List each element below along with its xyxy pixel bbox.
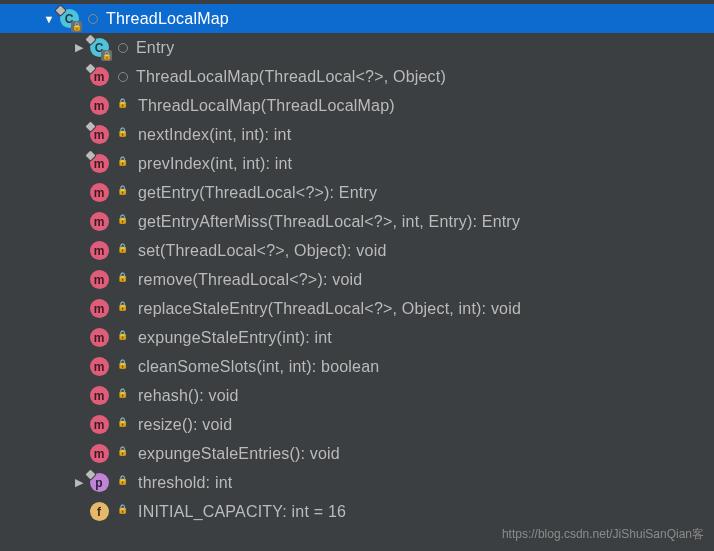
node-label: getEntry(ThreadLocal<?>): Entry xyxy=(138,184,377,202)
node-label: nextIndex(int, int): int xyxy=(138,126,291,144)
node-label: set(ThreadLocal<?>, Object): void xyxy=(138,242,387,260)
node-label: remove(ThreadLocal<?>): void xyxy=(138,271,362,289)
method-icon: m xyxy=(88,211,110,233)
visibility-private-icon xyxy=(118,333,130,343)
collapse-arrow-icon[interactable]: ▶ xyxy=(70,476,88,489)
tree-node[interactable]: ▶mexpungeStaleEntries(): void xyxy=(0,439,714,468)
method-icon: m xyxy=(88,66,110,88)
visibility-package-icon xyxy=(88,14,98,24)
visibility-private-icon xyxy=(118,275,130,285)
method-icon: m xyxy=(88,298,110,320)
visibility-private-icon xyxy=(118,507,130,517)
tree-node[interactable]: ▶mThreadLocalMap(ThreadLocalMap) xyxy=(0,91,714,120)
method-icon: m xyxy=(88,414,110,436)
watermark-text: https://blog.csdn.net/JiShuiSanQian客 xyxy=(502,526,704,543)
tree-node[interactable]: ▶mThreadLocalMap(ThreadLocal<?>, Object) xyxy=(0,62,714,91)
tree-node[interactable]: ▶mresize(): void xyxy=(0,410,714,439)
node-label: threshold: int xyxy=(138,474,232,492)
tree-node[interactable]: ▶mreplaceStaleEntry(ThreadLocal<?>, Obje… xyxy=(0,294,714,323)
method-icon: m xyxy=(88,327,110,349)
tree-node[interactable]: ▶mgetEntry(ThreadLocal<?>): Entry xyxy=(0,178,714,207)
node-label: cleanSomeSlots(int, int): boolean xyxy=(138,358,379,376)
node-label: expungeStaleEntries(): void xyxy=(138,445,340,463)
tree-node[interactable]: ▶mremove(ThreadLocal<?>): void xyxy=(0,265,714,294)
visibility-private-icon xyxy=(118,130,130,140)
tree-node[interactable]: ▶mprevIndex(int, int): int xyxy=(0,149,714,178)
class-icon: C xyxy=(88,37,110,59)
node-label: prevIndex(int, int): int xyxy=(138,155,292,173)
visibility-private-icon xyxy=(118,391,130,401)
field-p-icon: p xyxy=(88,472,110,494)
method-icon: m xyxy=(88,182,110,204)
field-f-icon: f xyxy=(88,501,110,523)
node-label: Entry xyxy=(136,39,174,57)
method-icon: m xyxy=(88,385,110,407)
visibility-package-icon xyxy=(118,43,128,53)
visibility-private-icon xyxy=(118,362,130,372)
structure-tree: ▼ C ThreadLocalMap ▶CEntry▶mThreadLocalM… xyxy=(0,0,714,526)
tree-node[interactable]: ▶mexpungeStaleEntry(int): int xyxy=(0,323,714,352)
visibility-private-icon xyxy=(118,304,130,314)
node-label: ThreadLocalMap xyxy=(106,10,229,28)
expand-arrow-icon[interactable]: ▼ xyxy=(40,13,58,25)
visibility-private-icon xyxy=(118,217,130,227)
class-icon: C xyxy=(58,8,80,30)
node-label: expungeStaleEntry(int): int xyxy=(138,329,332,347)
visibility-private-icon xyxy=(118,449,130,459)
node-label: ThreadLocalMap(ThreadLocal<?>, Object) xyxy=(136,68,446,86)
visibility-private-icon xyxy=(118,101,130,111)
visibility-private-icon xyxy=(118,159,130,169)
node-label: ThreadLocalMap(ThreadLocalMap) xyxy=(138,97,395,115)
node-label: getEntryAfterMiss(ThreadLocal<?>, int, E… xyxy=(138,213,520,231)
tree-node[interactable]: ▶pthreshold: int xyxy=(0,468,714,497)
node-label: INITIAL_CAPACITY: int = 16 xyxy=(138,503,346,521)
tree-node[interactable]: ▶mcleanSomeSlots(int, int): boolean xyxy=(0,352,714,381)
visibility-private-icon xyxy=(118,246,130,256)
visibility-private-icon xyxy=(118,188,130,198)
method-icon: m xyxy=(88,240,110,262)
visibility-package-icon xyxy=(118,72,128,82)
method-icon: m xyxy=(88,153,110,175)
tree-node[interactable]: ▶mnextIndex(int, int): int xyxy=(0,120,714,149)
node-label: replaceStaleEntry(ThreadLocal<?>, Object… xyxy=(138,300,521,318)
tree-node[interactable]: ▶fINITIAL_CAPACITY: int = 16 xyxy=(0,497,714,526)
method-icon: m xyxy=(88,443,110,465)
collapse-arrow-icon[interactable]: ▶ xyxy=(70,41,88,54)
tree-node[interactable]: ▶mgetEntryAfterMiss(ThreadLocal<?>, int,… xyxy=(0,207,714,236)
tree-node[interactable]: ▶CEntry xyxy=(0,33,714,62)
node-label: rehash(): void xyxy=(138,387,239,405)
method-icon: m xyxy=(88,356,110,378)
node-label: resize(): void xyxy=(138,416,232,434)
visibility-private-icon xyxy=(118,478,130,488)
tree-node[interactable]: ▶mset(ThreadLocal<?>, Object): void xyxy=(0,236,714,265)
tree-node[interactable]: ▶mrehash(): void xyxy=(0,381,714,410)
method-icon: m xyxy=(88,269,110,291)
visibility-private-icon xyxy=(118,420,130,430)
method-icon: m xyxy=(88,95,110,117)
method-icon: m xyxy=(88,124,110,146)
tree-node-root[interactable]: ▼ C ThreadLocalMap xyxy=(0,4,714,33)
